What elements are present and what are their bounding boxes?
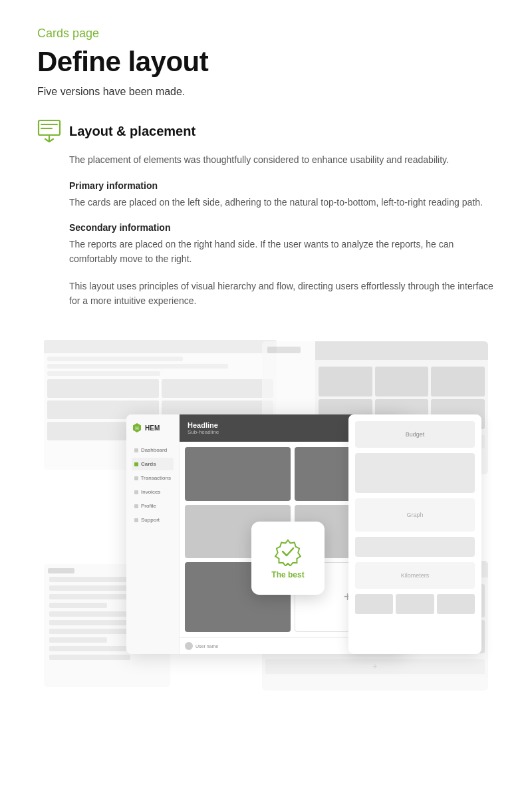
page-container: Cards page Define layout Five versions h… — [0, 0, 532, 720]
badge-overlay: The best — [251, 522, 325, 595]
nav-item-transactions[interactable]: Transactions — [132, 472, 174, 484]
grey-block-2 — [355, 537, 475, 557]
mockup-sidebar: H HEM Dashboard Cards Transactions — [126, 414, 180, 654]
brm-plus-icon: + — [265, 659, 485, 674]
hex-logo-icon: H — [132, 422, 142, 433]
nav-item-dashboard[interactable]: Dashboard — [132, 444, 174, 456]
mockup-card-1 — [185, 447, 291, 500]
page-title: Define layout — [37, 46, 495, 78]
mini-cell-1 — [355, 594, 393, 614]
mockup-logo: H HEM — [132, 422, 174, 433]
subsection-primary: Primary information The cards are placed… — [69, 180, 495, 210]
secondary-info-text: The reports are placed on the right hand… — [69, 237, 495, 267]
mockup-logo-text: HEM — [145, 424, 160, 432]
section: Layout & placement The placement of elem… — [37, 119, 495, 308]
section-body: The placement of elements was thoughtful… — [69, 152, 495, 308]
graph-cell: Graph — [355, 498, 475, 532]
secondary-info-title: Secondary information — [69, 222, 495, 233]
section-header: Layout & placement — [37, 119, 495, 143]
mini-cell-2 — [396, 594, 434, 614]
grey-block-1 — [355, 453, 475, 493]
badge-label: The best — [271, 570, 304, 579]
nav-item-invoices[interactable]: Invoices — [132, 486, 174, 498]
section-title: Layout & placement — [69, 124, 196, 139]
nav-item-profile[interactable]: Profile — [132, 500, 174, 512]
closing-text: This layout uses principles of visual hi… — [69, 279, 495, 309]
mockup-area: + — [37, 335, 495, 694]
right-panel: Budget Graph Kilometers — [348, 414, 481, 654]
user-name-label: User name — [196, 644, 218, 649]
layout-placement-icon — [37, 119, 61, 143]
primary-info-title: Primary information — [69, 180, 495, 191]
nav-item-support[interactable]: Support — [132, 514, 174, 526]
subtitle: Five versions have been made. — [37, 86, 495, 98]
mini-grid — [355, 594, 475, 614]
primary-info-text: The cards are placed on the left side, a… — [69, 195, 495, 210]
mini-cell-3 — [437, 594, 475, 614]
user-avatar — [185, 642, 193, 650]
badge-check-icon — [273, 537, 303, 566]
km-cell: Kilometers — [355, 562, 475, 589]
intro-text: The placement of elements was thoughtful… — [69, 152, 495, 167]
svg-text:H: H — [135, 426, 138, 430]
subsection-secondary: Secondary information The reports are pl… — [69, 222, 495, 267]
budget-cell: Budget — [355, 421, 475, 448]
category-label: Cards page — [37, 27, 495, 41]
nav-item-cards[interactable]: Cards — [132, 458, 174, 470]
